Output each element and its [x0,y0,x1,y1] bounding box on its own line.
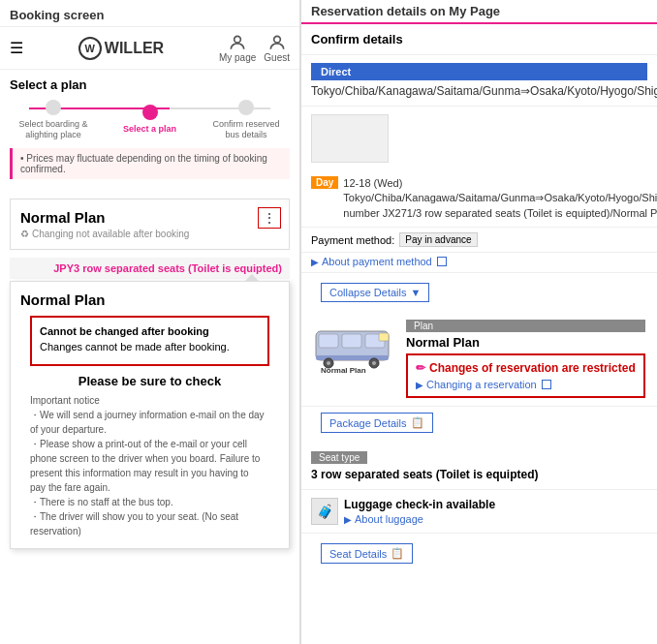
payment-method-link[interactable]: ▶ About payment method [301,253,657,273]
package-details-button[interactable]: Package Details 📋 [321,413,433,433]
link-arrow-icon: ▶ [416,380,423,390]
change-line-2: Changes cannot be made after booking. [40,341,260,353]
changes-external-icon [542,380,551,389]
popup-plan-name: Normal Plan [20,291,279,316]
right-header: Reservation details on My Page [301,0,657,24]
image-placeholder [311,114,389,163]
top-bar: ☰ W WILLER My page Guest [0,27,299,70]
confirm-details-bar: Confirm details [301,24,657,55]
svg-text:Normal Plan: Normal Plan [321,366,366,373]
svg-point-1 [273,36,280,43]
day-badge: Day [311,176,338,189]
progress-step-1: Select boarding & alighting place [15,100,92,140]
svg-point-10 [372,361,376,365]
seat-details-button[interactable]: Seat Details 📋 [321,543,413,564]
external-link-icon [437,257,447,266]
seat-type-section: Seat type 3 row separated seats (Toilet … [301,443,657,490]
right-header-title: Reservation details on My Page [311,4,500,18]
collapse-btn-container: Collapse Details ▼ [301,273,657,312]
svg-point-8 [327,361,330,365]
progress-step-2: Select a plan [111,105,189,135]
plan-section: Normal Plan Plan Normal Plan ✏ Changes o… [301,312,657,407]
about-luggage-link[interactable]: ▶ About luggage [344,513,495,525]
luggage-arrow-icon: ▶ [344,514,352,525]
seat-details-icon: 📋 [391,547,404,560]
plan-card-title: Normal Plan [20,209,279,226]
change-line-1: Cannot be changed after booking [40,325,260,337]
top-bar-icons: My page Guest [219,33,290,63]
pencil-icon: ✏ [416,361,425,375]
popup-check-title: Please be sure to check [20,374,279,388]
progress-dot-2 [142,105,158,120]
changes-restricted-box: ✏ Changes of reservation are restricted … [406,353,645,398]
seat-type-text: 3 row separated seats (Toilet is equipte… [311,468,647,481]
booking-screen-title: Booking screen [10,8,105,22]
plan-card: Normal Plan ♻ Changing not available aft… [10,199,290,250]
willer-logo: W WILLER [78,37,164,60]
day-details: 12-18 (Wed) Tokyo/Chiba/Kanagawa/Saitama… [343,176,657,221]
willer-logo-circle: W [78,37,102,60]
svg-rect-11 [379,333,389,341]
bus-image: Normal Plan [311,320,398,376]
select-plan-section: Select a plan Select boarding & alightin… [0,70,299,191]
package-btn-container: Package Details 📋 [301,407,657,443]
price-notice: • Prices may fluctuate depending on the … [10,148,290,179]
collapse-icon: ▼ [410,287,421,298]
luggage-icon: 🧳 [311,498,338,525]
right-panel: Reservation details on My Page Confirm d… [300,0,657,644]
plan-label-col: Plan Normal Plan ✏ Changes of reservatio… [406,320,645,398]
plan-section-badge: Plan [406,320,645,332]
progress-step-3: Confirm reserved bus details [207,100,285,140]
payment-row: Payment method: Pay in advance [301,228,657,253]
package-icon: 📋 [411,416,424,429]
changing-reservation-link[interactable]: ▶ Changing a reservation [416,379,636,390]
day-badge-row: Day 12-18 (Wed) Tokyo/Chiba/Kanagawa/Sai… [301,170,657,228]
luggage-info: Luggage check-in available ▶ About lugga… [344,498,495,525]
svg-point-0 [235,36,241,43]
svg-rect-3 [319,334,338,348]
hamburger-icon[interactable]: ☰ [10,39,23,57]
seat-type-badge: Seat type [311,451,367,464]
direct-badge: Direct [311,63,647,80]
progress-label-3: Confirm reserved bus details [207,119,285,140]
changes-box-title: ✏ Changes of reservation are restricted [416,361,636,375]
select-plan-title: Select a plan [10,77,290,92]
collapse-details-button[interactable]: Collapse Details ▼ [321,283,429,302]
progress-dot-1 [46,100,61,115]
popup-notice-text: Important notice ・We will send a journey… [20,393,279,538]
progress-label-2: Select a plan [123,124,176,135]
plan-section-name: Normal Plan [406,335,645,350]
booking-screen-header: Booking screen [0,0,299,27]
seat-details-btn-container: Seat Details 📋 [301,534,657,573]
svg-rect-4 [342,334,361,348]
progress-dot-3 [238,100,254,115]
popup-change-box: Cannot be changed after booking Changes … [30,316,269,366]
progress-bar: Select boarding & alighting place Select… [10,100,290,140]
left-panel: Booking screen ☰ W WILLER My page Guest … [0,0,300,644]
progress-label-1: Select boarding & alighting place [15,119,92,140]
arrow-icon: ▶ [311,257,319,267]
guest-icon[interactable]: Guest [264,33,290,63]
plan-card-menu-button[interactable]: ⋮ [258,207,281,229]
plan-card-subtitle: ♻ Changing not available after booking [20,229,279,239]
route-text: Tokyo/Chiba/Kanagawa/Saitama/Gunma⇒Osaka… [301,84,657,107]
luggage-title: Luggage check-in available [344,498,495,511]
mypage-icon[interactable]: My page [219,33,256,63]
payment-badge: Pay in advance [399,232,477,247]
luggage-section: 🧳 Luggage check-in available ▶ About lug… [301,490,657,534]
plan-popup: Normal Plan Cannot be changed after book… [10,281,290,549]
